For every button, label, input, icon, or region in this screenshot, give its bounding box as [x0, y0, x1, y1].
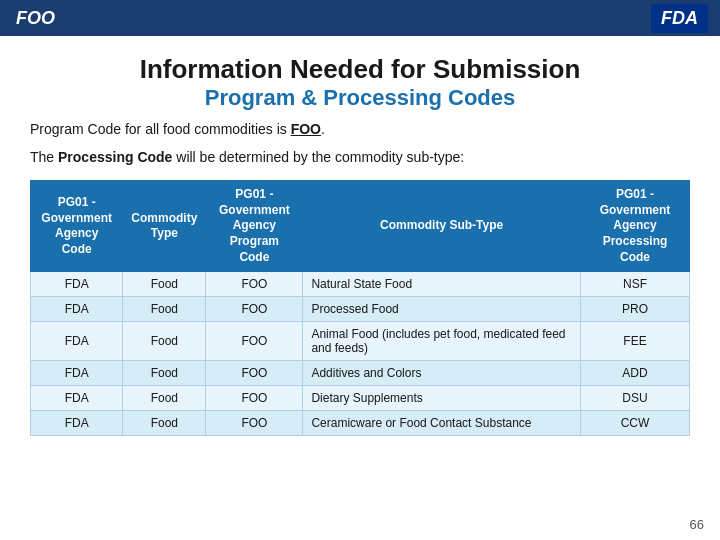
cell-agency-code: FDA — [31, 361, 123, 386]
cell-program-code: FOO — [206, 272, 303, 297]
cell-agency-code: FDA — [31, 386, 123, 411]
page-number: 66 — [690, 517, 704, 532]
cell-sub-type: Dietary Supplements — [303, 386, 581, 411]
cell-program-code: FOO — [206, 386, 303, 411]
main-content: Information Needed for Submission Progra… — [0, 36, 720, 446]
processing-code-text: The Processing Code will be determined b… — [30, 147, 690, 168]
top-bar: FOO — [0, 0, 720, 36]
program-code-text: Program Code for all food commodities is… — [30, 121, 690, 137]
col-processing-code: PG01 -GovernmentAgencyProcessing Code — [580, 181, 689, 272]
top-bar-label: FOO — [16, 8, 55, 29]
table-row: FDA Food FOO Animal Food (includes pet f… — [31, 322, 690, 361]
cell-processing-code: DSU — [580, 386, 689, 411]
cell-sub-type: Animal Food (includes pet food, medicate… — [303, 322, 581, 361]
col-program-code: PG01 -GovernmentAgencyProgram Code — [206, 181, 303, 272]
table-row: FDA Food FOO Dietary Supplements DSU — [31, 386, 690, 411]
fda-logo: FDA — [651, 4, 708, 33]
cell-commodity-type: Food — [123, 411, 206, 436]
cell-commodity-type: Food — [123, 322, 206, 361]
cell-commodity-type: Food — [123, 386, 206, 411]
cell-program-code: FOO — [206, 322, 303, 361]
program-code-highlight: FOO — [291, 121, 321, 137]
col-agency-code: PG01 -GovernmentAgency Code — [31, 181, 123, 272]
commodity-table: PG01 -GovernmentAgency Code CommodityTyp… — [30, 180, 690, 436]
cell-program-code: FOO — [206, 361, 303, 386]
cell-commodity-type: Food — [123, 297, 206, 322]
col-sub-type: Commodity Sub-Type — [303, 181, 581, 272]
cell-processing-code: PRO — [580, 297, 689, 322]
cell-commodity-type: Food — [123, 272, 206, 297]
table-row: FDA Food FOO Additives and Colors ADD — [31, 361, 690, 386]
main-title: Information Needed for Submission — [30, 54, 690, 85]
table-row: FDA Food FOO Natural State Food NSF — [31, 272, 690, 297]
cell-program-code: FOO — [206, 411, 303, 436]
cell-agency-code: FDA — [31, 297, 123, 322]
cell-sub-type: Ceramicware or Food Contact Substance — [303, 411, 581, 436]
cell-processing-code: NSF — [580, 272, 689, 297]
cell-program-code: FOO — [206, 297, 303, 322]
col-commodity-type: CommodityType — [123, 181, 206, 272]
cell-agency-code: FDA — [31, 411, 123, 436]
cell-sub-type: Additives and Colors — [303, 361, 581, 386]
cell-processing-code: CCW — [580, 411, 689, 436]
cell-commodity-type: Food — [123, 361, 206, 386]
cell-agency-code: FDA — [31, 322, 123, 361]
table-row: FDA Food FOO Ceramicware or Food Contact… — [31, 411, 690, 436]
cell-processing-code: FEE — [580, 322, 689, 361]
program-code-after: . — [321, 121, 325, 137]
table-row: FDA Food FOO Processed Food PRO — [31, 297, 690, 322]
cell-agency-code: FDA — [31, 272, 123, 297]
table-header-row: PG01 -GovernmentAgency Code CommodityTyp… — [31, 181, 690, 272]
cell-processing-code: ADD — [580, 361, 689, 386]
cell-sub-type: Processed Food — [303, 297, 581, 322]
program-code-before: Program Code for all food commodities is — [30, 121, 291, 137]
cell-sub-type: Natural State Food — [303, 272, 581, 297]
sub-title: Program & Processing Codes — [30, 85, 690, 111]
